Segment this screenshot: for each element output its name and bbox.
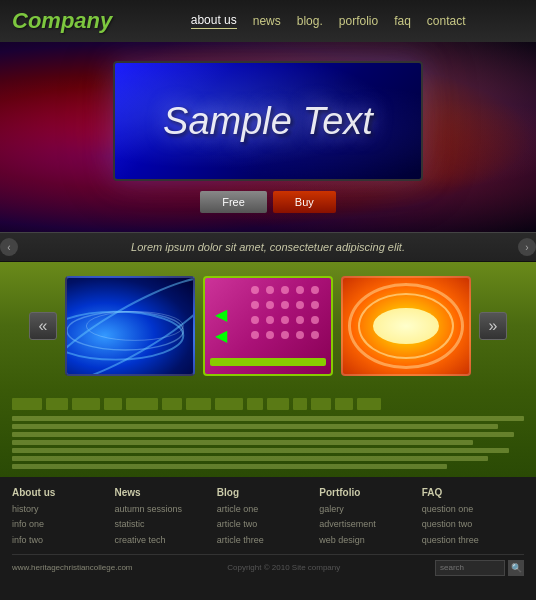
footer-link[interactable]: galery: [319, 502, 421, 517]
footer-col-title: Portfolio: [319, 487, 421, 498]
search-box: 🔍: [435, 560, 524, 576]
hero-buttons: Free Buy: [200, 191, 336, 213]
gallery-item-3[interactable]: [341, 276, 471, 376]
gallery-item-1[interactable]: [65, 276, 195, 376]
footer-col: FAQquestion onequestion twoquestion thre…: [422, 487, 524, 548]
footer: About ushistoryinfo oneinfo twoNewsautum…: [0, 477, 536, 580]
nav: about usnewsblog.porfoliofaqcontact: [132, 13, 524, 29]
orange-center: [373, 308, 439, 344]
footer-col: Newsautumn sessionsstatisticcreative tec…: [114, 487, 216, 548]
ticker-next[interactable]: ›: [518, 238, 536, 256]
footer-link[interactable]: question two: [422, 517, 524, 532]
footer-col-title: About us: [12, 487, 114, 498]
ticker-bar: ‹ Lorem ipsum dolor sit amet, consectetu…: [0, 232, 536, 262]
ticker-prev[interactable]: ‹: [0, 238, 18, 256]
footer-link[interactable]: history: [12, 502, 114, 517]
nav-item-aboutus[interactable]: about us: [191, 13, 237, 29]
footer-bottom: www.heritagechristiancollege.com Copyrig…: [12, 555, 524, 580]
footer-link[interactable]: question three: [422, 533, 524, 548]
gallery-section: « ◀◀: [0, 262, 536, 390]
header: Company about usnewsblog.porfoliofaqcont…: [0, 0, 536, 42]
footer-col: Blogarticle onearticle twoarticle three: [217, 487, 319, 548]
text-lines: [12, 416, 524, 469]
footer-link[interactable]: info two: [12, 533, 114, 548]
footer-col-title: FAQ: [422, 487, 524, 498]
gallery-next[interactable]: »: [479, 312, 507, 340]
nav-item-faq[interactable]: faq: [394, 14, 411, 28]
nav-item-news[interactable]: news: [253, 14, 281, 28]
footer-col: About ushistoryinfo oneinfo two: [12, 487, 114, 548]
gallery-item-2[interactable]: ◀◀: [203, 276, 333, 376]
search-input[interactable]: [435, 560, 505, 576]
footer-link[interactable]: info one: [12, 517, 114, 532]
pink-bar: [210, 358, 326, 366]
copyright: Copyright © 2010 Site company: [133, 563, 436, 572]
footer-col-title: News: [114, 487, 216, 498]
pink-arrows: ◀◀: [215, 305, 227, 347]
svg-point-2: [86, 312, 183, 341]
footer-link[interactable]: article three: [217, 533, 319, 548]
pink-circles: [251, 286, 323, 343]
hero-section: Sample Text Free Buy: [0, 42, 536, 232]
footer-col-title: Blog: [217, 487, 319, 498]
free-button[interactable]: Free: [200, 191, 267, 213]
footer-link[interactable]: statistic: [114, 517, 216, 532]
search-button[interactable]: 🔍: [508, 560, 524, 576]
footer-link[interactable]: advertisement: [319, 517, 421, 532]
ticker-text: Lorem ipsum dolor sit amet, consectetuer…: [28, 241, 508, 253]
hero-screen: Sample Text: [113, 61, 423, 181]
footer-url: www.heritagechristiancollege.com: [12, 563, 133, 572]
footer-link[interactable]: autumn sessions: [114, 502, 216, 517]
footer-links: About ushistoryinfo oneinfo twoNewsautum…: [12, 487, 524, 555]
footer-link[interactable]: creative tech: [114, 533, 216, 548]
gallery-prev[interactable]: «: [29, 312, 57, 340]
text-section: [0, 390, 536, 477]
footer-link[interactable]: article two: [217, 517, 319, 532]
footer-col: Portfoliogaleryadvertisementweb design: [319, 487, 421, 548]
headline-bar: [12, 398, 524, 410]
nav-item-porfolio[interactable]: porfolio: [339, 14, 378, 28]
svg-point-0: [67, 312, 183, 360]
nav-item-contact[interactable]: contact: [427, 14, 466, 28]
gallery-wrapper: « ◀◀: [10, 276, 526, 376]
footer-link[interactable]: question one: [422, 502, 524, 517]
logo: Company: [12, 8, 112, 34]
gallery-items: ◀◀: [65, 276, 471, 376]
footer-link[interactable]: article one: [217, 502, 319, 517]
buy-button[interactable]: Buy: [273, 191, 336, 213]
nav-item-blog.[interactable]: blog.: [297, 14, 323, 28]
hero-title: Sample Text: [163, 100, 373, 143]
footer-link[interactable]: web design: [319, 533, 421, 548]
svg-point-1: [67, 312, 183, 350]
